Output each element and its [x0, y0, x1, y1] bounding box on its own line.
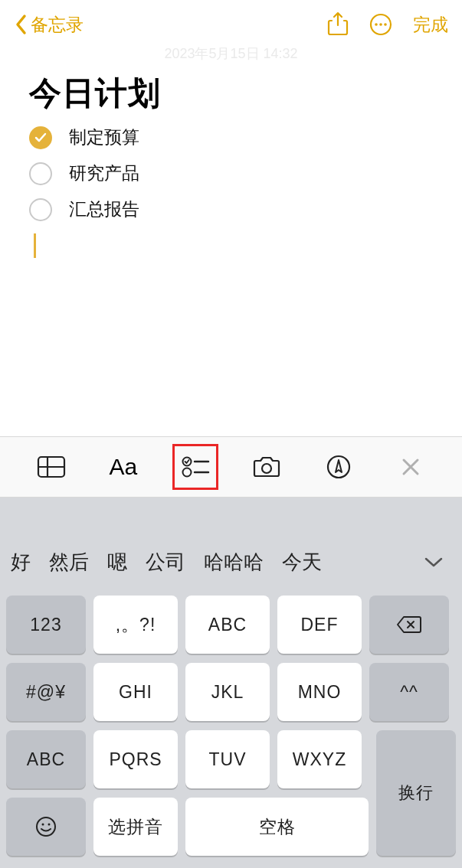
table-button[interactable] — [28, 444, 74, 490]
keyboard-gap — [0, 498, 462, 536]
nav-header: 备忘录 完成 — [0, 0, 462, 49]
key-123[interactable]: 123 — [6, 596, 86, 654]
camera-icon — [251, 455, 282, 479]
svg-point-11 — [262, 464, 271, 473]
text-cursor — [34, 233, 36, 258]
keyboard: 123 ,。?! ABC DEF #@¥ GHI JKL MNO ^^ ABC — [0, 588, 462, 868]
checklist-item-label[interactable]: 研究产品 — [69, 162, 139, 185]
svg-point-15 — [48, 824, 51, 826]
checklist-item[interactable]: 研究产品 — [29, 162, 433, 185]
key-abc[interactable]: ABC — [185, 596, 270, 654]
key-emoji[interactable] — [6, 798, 86, 856]
svg-point-2 — [379, 23, 382, 26]
checklist-item-label[interactable]: 制定预算 — [69, 126, 139, 149]
svg-point-3 — [384, 23, 387, 26]
key-wxyz[interactable]: WXYZ — [277, 730, 362, 788]
checklist-item-label[interactable]: 汇总报告 — [69, 197, 139, 221]
svg-point-1 — [375, 23, 378, 26]
key-symbols[interactable]: #@¥ — [6, 663, 86, 721]
key-enter[interactable]: 换行 — [376, 730, 456, 856]
formatting-toolbar: Aa — [0, 436, 462, 498]
key-select-pinyin[interactable]: 选拼音 — [93, 798, 178, 856]
aa-icon: Aa — [109, 454, 137, 480]
share-icon[interactable] — [327, 11, 349, 38]
done-button[interactable]: 完成 — [413, 13, 448, 37]
checklist-item[interactable]: 汇总报告 — [29, 197, 433, 221]
suggestion-word[interactable]: 嗯 — [107, 549, 127, 576]
chevron-left-icon — [14, 13, 29, 36]
key-pqrs[interactable]: PQRS — [93, 730, 178, 788]
key-kaomoji[interactable]: ^^ — [369, 663, 449, 721]
back-label: 备忘录 — [31, 13, 84, 37]
markup-button[interactable] — [316, 444, 362, 490]
key-abc-mode[interactable]: ABC — [6, 730, 86, 788]
note-body[interactable]: 今日计划 制定预算 研究产品 汇总报告 — [0, 63, 462, 258]
close-icon — [401, 457, 421, 477]
key-ghi[interactable]: GHI — [93, 663, 178, 721]
suggestion-bar: 好 然后 嗯 公司 哈哈哈 今天 — [0, 536, 462, 588]
key-punctuation[interactable]: ,。?! — [93, 596, 178, 654]
checkbox-checked-icon[interactable] — [29, 126, 52, 149]
svg-point-13 — [37, 817, 55, 836]
checklist-button[interactable] — [172, 444, 218, 490]
svg-point-9 — [182, 468, 191, 477]
header-actions: 完成 — [327, 11, 448, 38]
key-delete[interactable] — [369, 596, 449, 654]
key-tuv[interactable]: TUV — [185, 730, 270, 788]
timestamp: 2023年5月15日 14:32 — [0, 44, 462, 63]
camera-button[interactable] — [244, 444, 290, 490]
key-space[interactable]: 空格 — [185, 798, 369, 856]
more-icon[interactable] — [369, 12, 393, 37]
dismiss-toolbar-button[interactable] — [388, 444, 434, 490]
spacer — [0, 258, 462, 436]
suggestion-word[interactable]: 好 — [11, 549, 31, 576]
svg-point-14 — [42, 824, 44, 826]
back-button[interactable]: 备忘录 — [14, 13, 84, 37]
suggestion-word[interactable]: 然后 — [49, 549, 89, 576]
note-title[interactable]: 今日计划 — [29, 72, 433, 115]
table-icon — [37, 455, 66, 478]
suggestion-word[interactable]: 今天 — [282, 549, 322, 576]
key-jkl[interactable]: JKL — [185, 663, 270, 721]
suggestion-word[interactable]: 公司 — [146, 549, 185, 576]
key-def[interactable]: DEF — [277, 596, 362, 654]
checkbox-unchecked-icon[interactable] — [29, 198, 52, 221]
suggestion-word[interactable]: 哈哈哈 — [204, 549, 264, 576]
emoji-icon — [34, 815, 57, 838]
checkbox-unchecked-icon[interactable] — [29, 162, 52, 185]
checklist-icon — [181, 455, 210, 479]
chevron-down-icon[interactable] — [424, 556, 444, 568]
delete-icon — [396, 615, 422, 634]
key-mno[interactable]: MNO — [277, 663, 362, 721]
text-format-button[interactable]: Aa — [100, 444, 146, 490]
checklist-item[interactable]: 制定预算 — [29, 126, 433, 149]
markup-icon — [326, 454, 352, 480]
